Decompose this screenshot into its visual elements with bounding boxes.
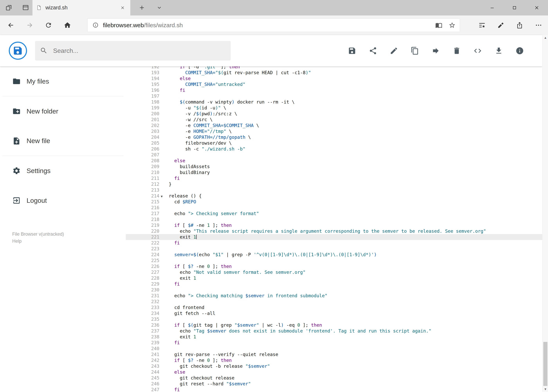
copy-icon[interactable]	[408, 44, 422, 57]
code-line-218[interactable]: 218	[126, 217, 542, 222]
site-info-icon[interactable]	[90, 22, 101, 28]
info-icon[interactable]	[513, 44, 527, 57]
code-line-220[interactable]: 220 echo "This release script requires a…	[126, 228, 542, 234]
code-line-195[interactable]: 195 COMMIT_SHA="untracked"	[126, 81, 542, 87]
code-line-206[interactable]: 206 sh -c "./wizard.sh -b"	[126, 146, 542, 152]
new-tab-icon[interactable]	[136, 2, 148, 14]
home-icon[interactable]	[59, 18, 76, 32]
search-input[interactable]	[52, 47, 226, 55]
reading-view-icon[interactable]	[435, 22, 442, 29]
code-line-247[interactable]: 247 fi	[126, 387, 542, 392]
search-box[interactable]	[35, 41, 231, 61]
sidebar-item-settings[interactable]: Settings	[0, 156, 126, 186]
tab-dropdown-icon[interactable]	[153, 2, 165, 14]
code-line-204[interactable]: 204 -e GOPATH=//tmp/gopath \	[126, 134, 542, 140]
code-line-201[interactable]: 201 -w //src \	[126, 117, 542, 123]
code-line-202[interactable]: 202 -e COMMIT_SHA=$COMMIT_SHA \	[126, 123, 542, 128]
code-line-210[interactable]: 210 buildBinary	[126, 169, 542, 175]
code-line-197[interactable]: 197	[126, 93, 542, 99]
code-line-240[interactable]: 240	[126, 346, 542, 351]
code-line-212[interactable]: 212}	[126, 181, 542, 187]
code-line-245[interactable]: 245 git checkout release	[126, 375, 542, 381]
code-line-199[interactable]: 199 -u "$(id -u)" \	[126, 105, 542, 111]
more-options-icon[interactable]	[533, 19, 544, 31]
code-line-226[interactable]: 226 if [ $? -ne 0 ]; then	[126, 263, 542, 269]
filebrowser-logo[interactable]	[9, 42, 27, 60]
code-line-213[interactable]: 213	[126, 187, 542, 193]
vertical-scrollbar[interactable]: ▲ ▼	[542, 35, 548, 392]
code-line-216[interactable]: 216	[126, 205, 542, 210]
web-note-pen-icon[interactable]	[495, 19, 507, 31]
code-line-207[interactable]: 207	[126, 152, 542, 158]
browser-tab[interactable]: wizard.sh	[33, 0, 130, 15]
code-line-228[interactable]: 228 exit 1	[126, 275, 542, 281]
close-icon[interactable]	[526, 0, 548, 15]
sidebar-item-logout[interactable]: Logout	[0, 186, 126, 216]
code-line-219[interactable]: 219 if [ $# -ne 1 ]; then	[126, 222, 542, 228]
code-line-231[interactable]: 231 echo "> Checking matching $semver in…	[126, 293, 542, 299]
url-field[interactable]: filebrowser.web/files/wizard.sh	[87, 19, 460, 32]
code-line-194[interactable]: 194 else	[126, 76, 542, 81]
code-line-221[interactable]: 221 exit 1	[126, 234, 542, 240]
save-icon[interactable]	[345, 44, 359, 57]
code-line-234[interactable]: 234 git fetch --all	[126, 310, 542, 316]
share-icon[interactable]	[366, 44, 380, 57]
forward-icon[interactable]	[22, 18, 38, 32]
back-icon[interactable]	[3, 18, 19, 32]
code-line-237[interactable]: 237 echo "Tag $semver does not exist in …	[126, 328, 542, 334]
share-page-icon[interactable]	[514, 19, 526, 31]
tab-preview-icon[interactable]	[20, 2, 32, 14]
scroll-up-icon[interactable]: ▲	[542, 35, 548, 41]
code-line-193[interactable]: 193 COMMIT_SHA="$(git rev-parse HEAD | c…	[126, 70, 542, 76]
code-line-229[interactable]: 229 fi	[126, 281, 542, 287]
code-line-241[interactable]: 241 git rev-parse --verify --quiet relea…	[126, 351, 542, 357]
code-line-235[interactable]: 235	[126, 316, 542, 322]
hub-favorites-icon[interactable]	[476, 19, 488, 31]
code-line-192[interactable]: 192 if [ -d ".git" ]; then	[126, 66, 542, 70]
code-line-242[interactable]: 242 if [ $? -ne 0 ]; then	[126, 357, 542, 363]
code-line-217[interactable]: 217 echo "> Checking semver format"	[126, 210, 542, 217]
code-text: echo "Not valid semver format. See semve…	[160, 269, 305, 275]
refresh-icon[interactable]	[41, 18, 56, 32]
delete-icon[interactable]	[450, 44, 464, 57]
code-line-200[interactable]: 200 -v /$(pwd):/src:z \	[126, 111, 542, 117]
maximize-icon[interactable]	[503, 0, 526, 15]
download-icon[interactable]	[492, 44, 506, 57]
sidebar-item-new-file[interactable]: New file	[0, 126, 126, 156]
code-line-223[interactable]: 223	[126, 246, 542, 252]
code-line-243[interactable]: 243 git checkout -b release "$semver"	[126, 363, 542, 369]
code-line-211[interactable]: 211 fi	[126, 175, 542, 181]
rename-icon[interactable]	[387, 44, 401, 57]
tab-close-icon[interactable]	[118, 4, 127, 12]
code-line-196[interactable]: 196 fi	[126, 87, 542, 93]
code-line-209[interactable]: 209 buildAssets	[126, 164, 542, 169]
scroll-down-icon[interactable]: ▼	[542, 386, 548, 392]
scrollbar-thumb[interactable]	[543, 342, 548, 386]
code-line-232[interactable]: 232	[126, 299, 542, 305]
sidebar-item-my-files[interactable]: My files	[0, 66, 126, 96]
code-line-198[interactable]: 198 $(command -v winpty) docker run --rm…	[126, 99, 542, 105]
favorite-star-icon[interactable]	[449, 22, 456, 29]
sidebar-item-new-folder[interactable]: New folder	[0, 96, 126, 126]
code-line-239[interactable]: 239 fi	[126, 340, 542, 346]
code-line-227[interactable]: 227 echo "Not valid semver format. See s…	[126, 269, 542, 275]
code-line-230[interactable]: 230	[126, 287, 542, 293]
help-link[interactable]: Help	[12, 238, 64, 245]
move-icon[interactable]	[429, 44, 443, 57]
code-line-244[interactable]: 244 else	[126, 369, 542, 375]
code-line-225[interactable]: 225	[126, 258, 542, 263]
code-line-208[interactable]: 208 else	[126, 158, 542, 164]
code-line-214[interactable]: 214▼release () {	[126, 193, 542, 199]
code-line-215[interactable]: 215 cd $REPO	[126, 199, 542, 205]
code-line-224[interactable]: 224 semver=$(echo "$1" | grep -P '^v(0|[…	[126, 252, 542, 258]
raw-code-icon[interactable]	[471, 44, 485, 57]
code-line-222[interactable]: 222 fi	[126, 240, 542, 246]
minimize-icon[interactable]	[481, 0, 503, 15]
code-line-246[interactable]: 246 git reset --hard "$semver"	[126, 381, 542, 387]
code-line-236[interactable]: 236 if [ $(git tag | grep "$semver" | wc…	[126, 322, 542, 328]
code-line-203[interactable]: 203 -e HOME="//tmp" \	[126, 128, 542, 134]
code-line-205[interactable]: 205 filebrowser/dev \	[126, 140, 542, 146]
code-line-238[interactable]: 238 exit 1	[126, 334, 542, 340]
code-line-233[interactable]: 233 cd frontend	[126, 305, 542, 310]
set-tabs-aside-icon[interactable]	[3, 2, 15, 14]
